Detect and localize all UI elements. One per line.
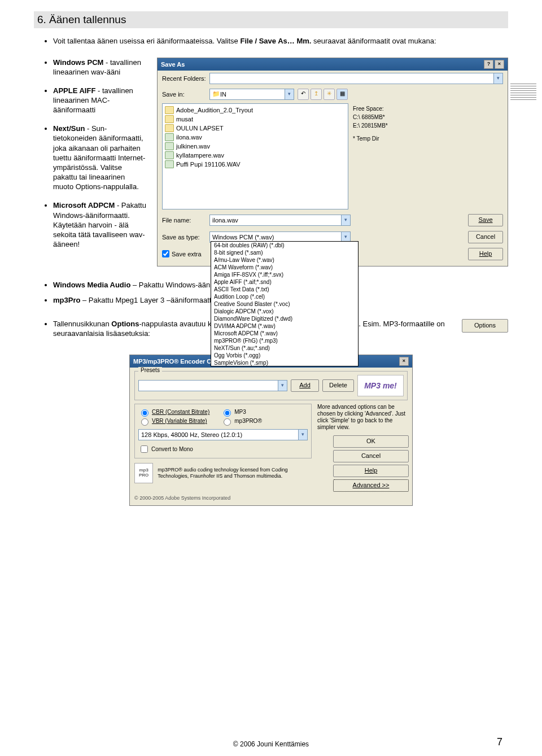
chevron-down-icon[interactable]: ▾ <box>278 381 287 391</box>
help-button[interactable]: Help <box>468 248 503 260</box>
help-button[interactable]: Help <box>333 465 409 477</box>
up-icon[interactable]: ↥ <box>311 89 322 100</box>
dropdown-option[interactable]: Ogg Vorbis (*.ogg) <box>211 352 358 359</box>
dropdown-option[interactable]: Amiga IFF-8SVX (*.iff;*.svx) <box>211 271 358 278</box>
dropdown-option[interactable]: 64-bit doubles (RAW) (*.dbl) <box>211 242 358 249</box>
mp3-radio[interactable] <box>224 409 231 417</box>
save-as-dialog: Save As ? × Recent Folders: ▾ Save in: 📁… <box>157 58 508 266</box>
dialog-title: Save As <box>161 61 185 68</box>
dropdown-option[interactable]: DiamondWare Digitized (*.dwd) <box>211 315 358 322</box>
folder-icon <box>165 106 174 114</box>
presets-combo[interactable]: ▾ <box>138 380 287 391</box>
dropdown-option[interactable]: ASCII Text Data (*.txt) <box>211 286 358 293</box>
list-item[interactable]: musat <box>165 115 346 124</box>
dropdown-option[interactable]: 8-bit signed (*.sam) <box>211 249 358 256</box>
list-item[interactable]: kyllatampere.wav <box>165 151 346 160</box>
dropdown-option[interactable]: A/mu-Law Wave (*.wav) <box>211 256 358 264</box>
mp3pro-radio[interactable] <box>224 418 231 426</box>
list-item[interactable]: Puffi Pupi 191106.WAV <box>165 160 346 169</box>
save-as-type-label: Save as type: <box>162 234 206 241</box>
presets-label: Presets <box>138 367 162 373</box>
list-item[interactable]: julkinen.wav <box>165 142 346 151</box>
bitrate-combo[interactable]: 128 Kbps, 48000 Hz, Stereo (12.0:1)▾ <box>138 429 308 440</box>
close-icon[interactable]: × <box>495 60 504 69</box>
dialog-titlebar: Save As ? × <box>158 58 508 71</box>
file-type-dropdown-list[interactable]: 64-bit doubles (RAW) (*.dbl)8-bit signed… <box>211 241 359 366</box>
chevron-down-icon[interactable]: ▾ <box>341 215 350 225</box>
save-extra-label: Save extra <box>172 251 202 257</box>
dropdown-option[interactable]: SampleVision (*.smp) <box>211 359 358 366</box>
dropdown-option[interactable]: Audition Loop (*.cel) <box>211 293 358 300</box>
format-nextsun: Next/Sun - Sun-tietokoneiden ääniformaat… <box>53 124 147 191</box>
dropdown-option[interactable]: ACM Waveform (*.wav) <box>211 264 358 271</box>
new-folder-icon[interactable]: ✳ <box>324 89 335 100</box>
license-text: mp3PRO® audio coding technology licensed… <box>158 467 312 479</box>
list-item[interactable]: OULUN LAPSET <box>165 124 346 133</box>
intro-bullet: Voit tallentaa äänen useissa eri äänifor… <box>53 36 508 46</box>
dropdown-option[interactable]: DVI/IMA ADPCM (*.wav) <box>211 322 358 330</box>
views-icon[interactable]: ▦ <box>336 89 348 100</box>
format-pcm: Windows PCM - tavallinen lineaarinen wav… <box>53 58 147 77</box>
chevron-down-icon[interactable]: ▾ <box>298 430 307 440</box>
page-footer: © 2006 Jouni Kenttämies <box>233 740 309 748</box>
dropdown-option[interactable]: Creative Sound Blaster (*.voc) <box>211 300 358 308</box>
cancel-button[interactable]: Cancel <box>333 450 409 462</box>
dropdown-option[interactable]: mp3PRO® (FhG) (*.mp3) <box>211 337 358 344</box>
wave-icon <box>165 151 174 159</box>
file-list[interactable]: Adobe_Audition_2.0_TryoutmusatOULUN LAPS… <box>162 103 348 209</box>
list-item[interactable]: Adobe_Audition_2.0_Tryout <box>165 106 346 115</box>
chevron-down-icon[interactable]: ▾ <box>285 89 294 99</box>
folder-icon <box>165 115 174 123</box>
save-in-label: Save in: <box>162 91 206 98</box>
page-number: 7 <box>497 736 502 748</box>
help-icon[interactable]: ? <box>484 60 493 69</box>
cancel-button[interactable]: Cancel <box>468 231 503 243</box>
wave-icon <box>165 133 174 141</box>
ok-button[interactable]: OK <box>333 435 409 448</box>
cbr-radio[interactable] <box>141 409 148 417</box>
delete-button[interactable]: Delete <box>322 379 354 392</box>
copyright-text: © 2000-2005 Adobe Systems Incorporated <box>134 492 408 501</box>
file-name-label: File name: <box>162 217 206 224</box>
wave-icon <box>165 142 174 150</box>
vbr-radio[interactable] <box>141 418 148 426</box>
format-adpcm: Microsoft ADPCM - Pakattu Windows-äänifo… <box>53 200 147 249</box>
mp3-options-dialog: MP3/mp3PRO® Encoder Options × Presets ▾ … <box>129 355 413 506</box>
section-heading: 6. Äänen tallennus <box>34 11 508 28</box>
mp3pro-logo: mp3 PRO <box>134 463 153 483</box>
mp3-logo: MP3 me! <box>357 375 404 396</box>
recent-folders-combo[interactable]: ▾ <box>209 73 503 84</box>
dropdown-option[interactable]: Apple AIFF (*.aif;*.snd) <box>211 278 358 286</box>
convert-mono-checkbox[interactable] <box>141 445 148 453</box>
wave-icon <box>165 160 174 168</box>
list-item[interactable]: ilona.wav <box>165 133 346 142</box>
save-in-combo[interactable]: 📁 IN▾ <box>209 89 294 100</box>
advanced-button[interactable]: Advanced >> <box>333 479 409 492</box>
close-icon[interactable]: × <box>399 357 409 366</box>
advanced-hint: More advanced options can be chosen by c… <box>317 404 408 431</box>
folder-icon <box>165 124 174 132</box>
free-space-panel: Free Space: C:\ 6885MB* E:\ 20815MB* * T… <box>353 103 503 209</box>
dropdown-option[interactable]: Dialogic ADPCM (*.vox) <box>211 308 358 315</box>
dropdown-option[interactable]: NeXT/Sun (*.au;*.snd) <box>211 344 358 352</box>
decorative-lines <box>510 84 536 102</box>
chevron-down-icon[interactable]: ▾ <box>493 73 502 84</box>
recent-folders-label: Recent Folders: <box>162 75 206 82</box>
add-button[interactable]: Add <box>291 379 319 392</box>
options-button[interactable]: Options <box>462 319 508 333</box>
save-button[interactable]: Save <box>468 214 503 226</box>
file-name-input[interactable]: ilona.wav▾ <box>209 215 351 226</box>
back-icon[interactable]: ↶ <box>298 89 309 100</box>
dropdown-option[interactable]: Microsoft ADPCM (*.wav) <box>211 330 358 337</box>
format-aiff: APPLE AIFF - tavallinen lineaarinen MAC-… <box>53 86 147 115</box>
save-extra-checkbox[interactable] <box>162 250 169 257</box>
